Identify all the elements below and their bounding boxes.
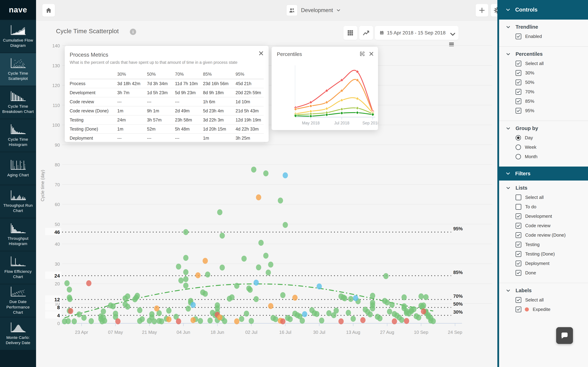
scatter-point[interactable]: [176, 264, 181, 269]
scatter-point[interactable]: [251, 167, 256, 173]
scatter-point[interactable]: [314, 311, 319, 317]
scatter-point[interactable]: [154, 306, 159, 311]
sidebar-item-monte-carlo-delivery-date[interactable]: Monte Carlo: Delivery Date: [0, 317, 36, 350]
checkbox-select-all[interactable]: Select all: [516, 59, 588, 68]
scatter-point[interactable]: [203, 258, 208, 264]
scatter-point[interactable]: [152, 318, 157, 324]
scatter-point[interactable]: [183, 283, 189, 289]
checkbox-select-all[interactable]: Select all: [516, 192, 588, 202]
close-icon[interactable]: [258, 50, 264, 56]
sidebar-item-flow-efficiency-chart[interactable]: Flow Efficiency Chart: [0, 251, 36, 284]
scatter-point[interactable]: [67, 287, 72, 292]
checkbox-85%[interactable]: 85%: [516, 96, 588, 106]
scatter-point[interactable]: [125, 304, 130, 310]
scatter-point[interactable]: [77, 311, 82, 317]
scatter-point[interactable]: [183, 276, 189, 282]
scatter-point[interactable]: [190, 317, 196, 323]
scatter-point[interactable]: [404, 318, 409, 324]
scatter-point[interactable]: [101, 309, 106, 314]
scatter-point[interactable]: [254, 280, 259, 285]
scatter-point[interactable]: [222, 318, 227, 324]
checkbox-to-do[interactable]: To do: [516, 202, 588, 211]
scatter-point[interactable]: [256, 264, 261, 270]
expand-icon[interactable]: [359, 51, 365, 57]
scatter-point[interactable]: [342, 295, 347, 301]
scatter-point[interactable]: [268, 262, 273, 267]
scatter-point[interactable]: [234, 318, 239, 324]
scatter-point[interactable]: [266, 269, 271, 275]
checkbox-95%[interactable]: 95%: [516, 106, 588, 115]
sidebar-item-throughput-histogram[interactable]: Throughput Histogram: [0, 218, 36, 251]
scatter-point[interactable]: [263, 253, 268, 259]
scatter-point[interactable]: [384, 300, 390, 306]
radio-month[interactable]: Month: [516, 152, 588, 161]
scatter-point[interactable]: [256, 194, 261, 200]
checkbox-code-review-done-[interactable]: Code review (Done): [516, 230, 588, 240]
scatter-point[interactable]: [392, 318, 397, 324]
scatter-point[interactable]: [377, 316, 382, 321]
scatter-point[interactable]: [186, 306, 191, 312]
checkbox-done[interactable]: Done: [516, 268, 588, 277]
scatter-point[interactable]: [166, 316, 172, 322]
scatter-point[interactable]: [166, 308, 172, 314]
board-switcher[interactable]: Development: [286, 4, 341, 17]
scatter-point[interactable]: [205, 272, 210, 277]
scatter-point[interactable]: [110, 303, 116, 309]
scatter-point[interactable]: [319, 317, 324, 324]
scatter-point[interactable]: [383, 273, 389, 279]
scatter-point[interactable]: [220, 233, 225, 239]
scatter-point[interactable]: [399, 317, 404, 323]
scatter-point[interactable]: [139, 316, 145, 322]
scatter-point[interactable]: [115, 318, 121, 324]
scatter-point[interactable]: [137, 307, 142, 313]
scatter-point[interactable]: [72, 318, 77, 324]
scatter-point[interactable]: [135, 293, 140, 299]
scatter-point[interactable]: [411, 306, 416, 312]
scatter-point[interactable]: [370, 306, 375, 311]
scatter-point[interactable]: [326, 310, 332, 316]
checkbox-50%[interactable]: 50%: [516, 78, 588, 87]
scatter-point[interactable]: [247, 287, 253, 293]
scatter-point[interactable]: [242, 256, 247, 262]
home-button[interactable]: [42, 4, 55, 17]
checkbox-testing[interactable]: Testing: [516, 240, 588, 249]
chat-button[interactable]: [556, 327, 573, 344]
scatter-point[interactable]: [416, 315, 421, 320]
sidebar-item-throughput-run-chart[interactable]: Throughput Run Chart: [0, 185, 36, 218]
scatter-point[interactable]: [217, 314, 222, 320]
radio-week[interactable]: Week: [516, 142, 588, 152]
scatter-point[interactable]: [183, 269, 189, 275]
scatter-point[interactable]: [268, 303, 273, 309]
scatter-point[interactable]: [81, 315, 87, 321]
checkbox-select-all[interactable]: Select all: [516, 295, 588, 305]
scatter-point[interactable]: [259, 240, 264, 246]
scatter-point[interactable]: [263, 170, 268, 176]
scatter-point[interactable]: [176, 318, 181, 324]
scatter-point[interactable]: [273, 316, 278, 322]
checkbox-code-review[interactable]: Code review: [516, 221, 588, 230]
sidebar-item-cycle-time-scatterplot[interactable]: Cycle Time Scatterplot: [0, 53, 36, 86]
sidebar-item-cycle-time-histogram[interactable]: Cycle Time Histogram: [0, 119, 36, 152]
scatter-point[interactable]: [423, 294, 429, 300]
scatter-point[interactable]: [360, 317, 366, 323]
filters-header[interactable]: Filters: [497, 167, 588, 181]
scatter-point[interactable]: [125, 293, 130, 299]
scatter-point[interactable]: [280, 292, 285, 298]
scatter-point[interactable]: [159, 318, 164, 324]
section-title-row[interactable]: Lists: [499, 185, 588, 191]
scatter-point[interactable]: [198, 318, 203, 324]
close-icon[interactable]: [369, 51, 374, 57]
scatter-point[interactable]: [338, 318, 344, 324]
checkbox-enabled[interactable]: Enabled: [516, 32, 588, 41]
scatter-point[interactable]: [68, 308, 73, 314]
scatter-point[interactable]: [280, 318, 285, 324]
scatter-point[interactable]: [287, 316, 293, 322]
scatter-point[interactable]: [229, 294, 234, 300]
radio-day[interactable]: Day: [516, 133, 588, 142]
scatter-point[interactable]: [293, 295, 298, 301]
checkbox-testing-done-[interactable]: Testing (Done): [516, 249, 588, 259]
scatter-point[interactable]: [370, 293, 375, 299]
scatter-point[interactable]: [283, 172, 288, 178]
scatter-point[interactable]: [387, 309, 392, 315]
section-title-row[interactable]: Trendline: [499, 24, 588, 30]
